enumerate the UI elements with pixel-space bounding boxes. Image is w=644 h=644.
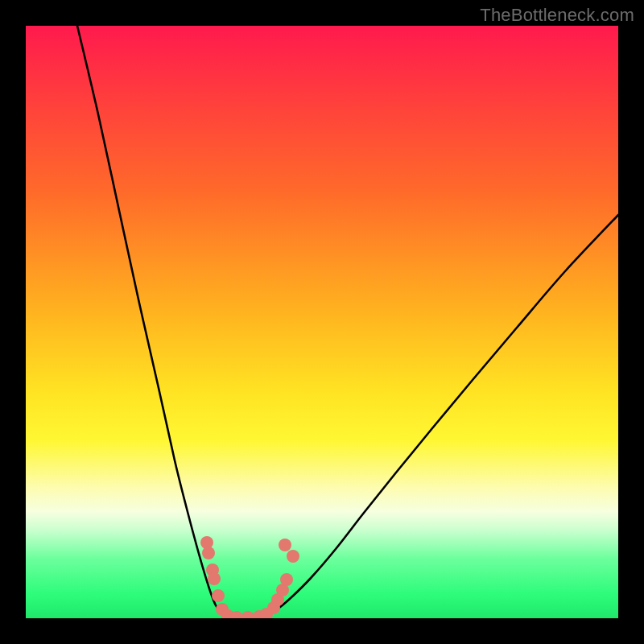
chart-frame: TheBottleneck.com: [0, 0, 644, 644]
chart-svg: [26, 26, 618, 618]
marker-dot: [208, 572, 221, 585]
marker-dot: [202, 547, 215, 559]
marker-dot: [279, 539, 291, 551]
curve-left: [77, 26, 225, 614]
chart-plot-area: [26, 26, 618, 618]
watermark-text: TheBottleneck.com: [480, 5, 634, 26]
marker-dot: [287, 550, 299, 563]
marker-dot: [280, 573, 293, 586]
curve-right: [267, 215, 618, 614]
marker-dot: [212, 589, 225, 602]
marker-dot: [242, 611, 254, 618]
